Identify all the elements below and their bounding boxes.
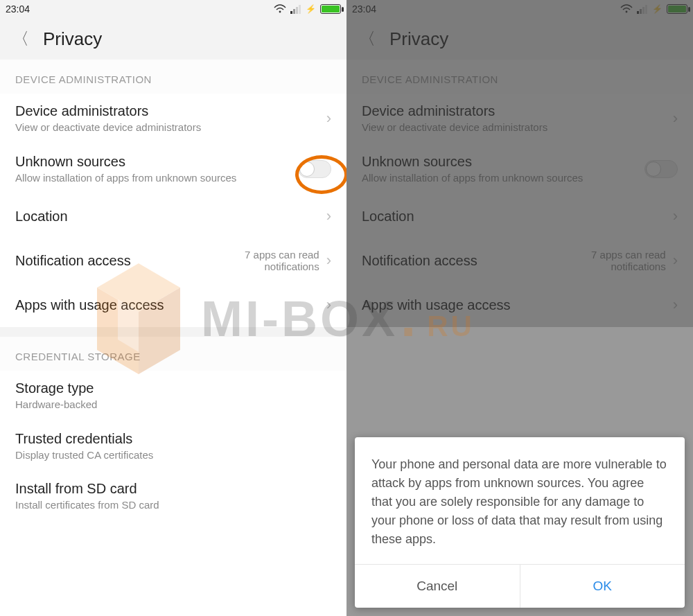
battery-icon <box>320 4 341 14</box>
row-location[interactable]: Location › <box>0 194 346 238</box>
row-subtitle: Display trusted CA certificates <box>15 448 331 462</box>
row-unknown-sources[interactable]: Unknown sources Allow installation of ap… <box>0 144 346 195</box>
row-storage-type[interactable]: Storage type Hardware-backed <box>0 371 346 421</box>
chevron-right-icon: › <box>326 296 331 314</box>
svg-point-0 <box>279 11 281 13</box>
page-title: Privacy <box>43 28 102 50</box>
phone-left: 23:04 ⚡ 〈 Privacy DEVICE ADMINISTRATION … <box>0 0 346 616</box>
row-title: Location <box>15 209 326 225</box>
row-subtitle: View or deactivate device administrators <box>15 121 326 134</box>
status-time: 23:04 <box>6 3 30 15</box>
svg-rect-2 <box>293 9 295 14</box>
chevron-right-icon: › <box>326 109 331 127</box>
row-apps-usage-access[interactable]: Apps with usage access › <box>0 283 346 327</box>
row-title: Storage type <box>15 380 331 396</box>
row-subtitle: Hardware-backed <box>15 398 331 412</box>
row-subtitle: Allow installation of apps from unknown … <box>15 171 298 185</box>
svg-rect-4 <box>299 5 301 14</box>
row-title: Install from SD card <box>15 481 331 497</box>
row-trusted-credentials[interactable]: Trusted credentials Display trusted CA c… <box>0 421 346 472</box>
unknown-sources-toggle[interactable] <box>298 160 331 178</box>
svg-rect-3 <box>296 7 298 14</box>
row-title: Device administrators <box>15 103 326 119</box>
phone-right: 23:04 ⚡ 〈 Privacy DEVICE ADMINISTRATION … <box>346 0 693 616</box>
section-divider <box>0 327 346 337</box>
row-subtitle: Install certificates from SD card <box>15 498 331 512</box>
row-notification-access[interactable]: Notification access 7 apps can read noti… <box>0 238 346 283</box>
status-icons: ⚡ <box>274 4 341 14</box>
cancel-button[interactable]: Cancel <box>355 565 520 608</box>
row-title: Trusted credentials <box>15 431 331 447</box>
row-value: 7 apps can read notifications <box>209 249 319 272</box>
wifi-icon <box>274 4 286 14</box>
back-button[interactable]: 〈 <box>12 28 29 50</box>
row-device-administrators[interactable]: Device administrators View or deactivate… <box>0 94 346 144</box>
signal-icon <box>290 4 301 14</box>
title-bar: 〈 Privacy <box>0 18 346 60</box>
row-title: Apps with usage access <box>15 297 326 313</box>
section-device-admin: DEVICE ADMINISTRATION <box>0 60 346 94</box>
dialog-message: Your phone and personal data are more vu… <box>355 437 685 564</box>
section-credential-storage: CREDENTIAL STORAGE <box>0 337 346 371</box>
chevron-right-icon: › <box>326 207 331 225</box>
row-install-from-sd[interactable]: Install from SD card Install certificate… <box>0 471 346 522</box>
row-title: Unknown sources <box>15 154 298 170</box>
svg-rect-1 <box>290 11 292 14</box>
row-title: Notification access <box>15 253 209 269</box>
confirm-dialog: Your phone and personal data are more vu… <box>355 437 685 608</box>
chevron-right-icon: › <box>326 252 331 270</box>
ok-button[interactable]: OK <box>520 565 685 608</box>
status-bar: 23:04 ⚡ <box>0 0 346 18</box>
charging-icon: ⚡ <box>306 4 316 14</box>
